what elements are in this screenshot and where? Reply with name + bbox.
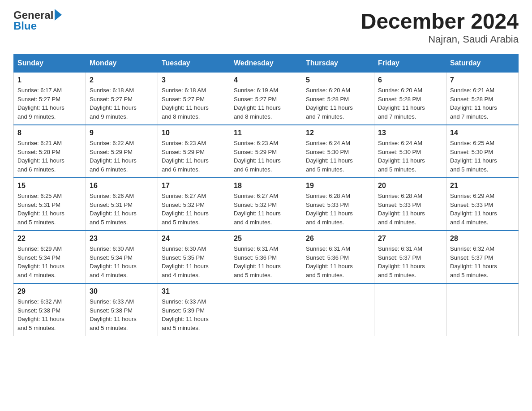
- table-row: 27Sunrise: 6:31 AMSunset: 5:37 PMDayligh…: [374, 231, 446, 283]
- table-row: 20Sunrise: 6:28 AMSunset: 5:33 PMDayligh…: [374, 178, 446, 231]
- table-row: [446, 283, 519, 336]
- day-number: 22: [17, 235, 82, 243]
- day-info: Sunrise: 6:18 AMSunset: 5:27 PMDaylight:…: [90, 86, 154, 121]
- day-info: Sunrise: 6:24 AMSunset: 5:30 PMDaylight:…: [378, 139, 442, 174]
- day-info: Sunrise: 6:18 AMSunset: 5:27 PMDaylight:…: [162, 86, 226, 121]
- table-row: 1Sunrise: 6:17 AMSunset: 5:27 PMDaylight…: [14, 72, 86, 125]
- day-number: 4: [234, 76, 298, 84]
- day-info: Sunrise: 6:31 AMSunset: 5:36 PMDaylight:…: [234, 244, 298, 279]
- table-row: 11Sunrise: 6:23 AMSunset: 5:29 PMDayligh…: [230, 125, 302, 178]
- calendar-week-row: 22Sunrise: 6:29 AMSunset: 5:34 PMDayligh…: [14, 231, 519, 283]
- day-number: 17: [162, 182, 226, 190]
- table-row: 9Sunrise: 6:22 AMSunset: 5:29 PMDaylight…: [86, 125, 158, 178]
- day-number: 1: [17, 76, 82, 84]
- day-number: 14: [450, 129, 515, 137]
- logo-blue-text: Blue: [13, 20, 37, 32]
- calendar-table: Sunday Monday Tuesday Wednesday Thursday…: [13, 54, 519, 336]
- col-monday: Monday: [86, 55, 158, 73]
- table-row: 23Sunrise: 6:30 AMSunset: 5:34 PMDayligh…: [86, 231, 158, 283]
- col-wednesday: Wednesday: [230, 55, 302, 73]
- table-row: 19Sunrise: 6:28 AMSunset: 5:33 PMDayligh…: [302, 178, 374, 231]
- table-row: 7Sunrise: 6:21 AMSunset: 5:28 PMDaylight…: [446, 72, 519, 125]
- table-row: 13Sunrise: 6:24 AMSunset: 5:30 PMDayligh…: [374, 125, 446, 178]
- col-saturday: Saturday: [446, 55, 519, 73]
- day-info: Sunrise: 6:24 AMSunset: 5:30 PMDaylight:…: [306, 139, 370, 174]
- day-number: 19: [306, 182, 370, 190]
- calendar-week-row: 29Sunrise: 6:32 AMSunset: 5:38 PMDayligh…: [14, 283, 519, 336]
- day-number: 12: [306, 129, 370, 137]
- day-info: Sunrise: 6:30 AMSunset: 5:35 PMDaylight:…: [162, 244, 226, 279]
- table-row: 30Sunrise: 6:33 AMSunset: 5:38 PMDayligh…: [86, 283, 158, 336]
- day-number: 11: [234, 129, 298, 137]
- day-number: 25: [234, 235, 298, 243]
- table-row: 12Sunrise: 6:24 AMSunset: 5:30 PMDayligh…: [302, 125, 374, 178]
- day-number: 18: [234, 182, 298, 190]
- day-info: Sunrise: 6:30 AMSunset: 5:34 PMDaylight:…: [90, 244, 154, 279]
- col-friday: Friday: [374, 55, 446, 73]
- day-number: 10: [162, 129, 226, 137]
- day-info: Sunrise: 6:31 AMSunset: 5:37 PMDaylight:…: [378, 244, 442, 279]
- day-info: Sunrise: 6:25 AMSunset: 5:30 PMDaylight:…: [450, 139, 515, 174]
- day-info: Sunrise: 6:31 AMSunset: 5:36 PMDaylight:…: [306, 244, 370, 279]
- day-number: 23: [90, 235, 154, 243]
- table-row: 24Sunrise: 6:30 AMSunset: 5:35 PMDayligh…: [158, 231, 230, 283]
- day-info: Sunrise: 6:23 AMSunset: 5:29 PMDaylight:…: [234, 139, 298, 174]
- day-number: 29: [17, 287, 82, 295]
- header-row: Sunday Monday Tuesday Wednesday Thursday…: [14, 55, 519, 73]
- table-row: 28Sunrise: 6:32 AMSunset: 5:37 PMDayligh…: [446, 231, 519, 283]
- day-info: Sunrise: 6:32 AMSunset: 5:37 PMDaylight:…: [450, 244, 515, 279]
- table-row: 6Sunrise: 6:20 AMSunset: 5:28 PMDaylight…: [374, 72, 446, 125]
- day-number: 30: [90, 287, 154, 295]
- day-number: 8: [17, 129, 82, 137]
- day-number: 2: [90, 76, 154, 84]
- day-info: Sunrise: 6:23 AMSunset: 5:29 PMDaylight:…: [162, 139, 226, 174]
- day-info: Sunrise: 6:28 AMSunset: 5:33 PMDaylight:…: [378, 192, 442, 227]
- day-info: Sunrise: 6:29 AMSunset: 5:33 PMDaylight:…: [450, 192, 515, 227]
- day-number: 21: [450, 182, 515, 190]
- day-info: Sunrise: 6:20 AMSunset: 5:28 PMDaylight:…: [378, 86, 442, 121]
- table-row: 15Sunrise: 6:25 AMSunset: 5:31 PMDayligh…: [14, 178, 86, 231]
- table-row: 21Sunrise: 6:29 AMSunset: 5:33 PMDayligh…: [446, 178, 519, 231]
- day-info: Sunrise: 6:20 AMSunset: 5:28 PMDaylight:…: [306, 86, 370, 121]
- table-row: 8Sunrise: 6:21 AMSunset: 5:28 PMDaylight…: [14, 125, 86, 178]
- day-number: 31: [162, 287, 226, 295]
- table-row: 2Sunrise: 6:18 AMSunset: 5:27 PMDaylight…: [86, 72, 158, 125]
- day-info: Sunrise: 6:26 AMSunset: 5:31 PMDaylight:…: [90, 192, 154, 227]
- day-number: 28: [450, 235, 515, 243]
- calendar-week-row: 1Sunrise: 6:17 AMSunset: 5:27 PMDaylight…: [14, 72, 519, 125]
- day-number: 9: [90, 129, 154, 137]
- table-row: [302, 283, 374, 336]
- table-row: 25Sunrise: 6:31 AMSunset: 5:36 PMDayligh…: [230, 231, 302, 283]
- day-number: 27: [378, 235, 442, 243]
- calendar-body: 1Sunrise: 6:17 AMSunset: 5:27 PMDaylight…: [14, 72, 519, 336]
- title-area: December 2024 Najran, Saudi Arabia: [361, 9, 519, 45]
- calendar-week-row: 15Sunrise: 6:25 AMSunset: 5:31 PMDayligh…: [14, 178, 519, 231]
- day-info: Sunrise: 6:17 AMSunset: 5:27 PMDaylight:…: [17, 86, 82, 121]
- col-sunday: Sunday: [14, 55, 86, 73]
- calendar-week-row: 8Sunrise: 6:21 AMSunset: 5:28 PMDaylight…: [14, 125, 519, 178]
- day-info: Sunrise: 6:19 AMSunset: 5:27 PMDaylight:…: [234, 86, 298, 121]
- day-info: Sunrise: 6:32 AMSunset: 5:38 PMDaylight:…: [17, 297, 82, 332]
- day-number: 20: [378, 182, 442, 190]
- day-info: Sunrise: 6:27 AMSunset: 5:32 PMDaylight:…: [162, 192, 226, 227]
- day-info: Sunrise: 6:27 AMSunset: 5:32 PMDaylight:…: [234, 192, 298, 227]
- day-info: Sunrise: 6:22 AMSunset: 5:29 PMDaylight:…: [90, 139, 154, 174]
- table-row: 26Sunrise: 6:31 AMSunset: 5:36 PMDayligh…: [302, 231, 374, 283]
- day-info: Sunrise: 6:28 AMSunset: 5:33 PMDaylight:…: [306, 192, 370, 227]
- col-tuesday: Tuesday: [158, 55, 230, 73]
- table-row: 4Sunrise: 6:19 AMSunset: 5:27 PMDaylight…: [230, 72, 302, 125]
- day-info: Sunrise: 6:33 AMSunset: 5:38 PMDaylight:…: [90, 297, 154, 332]
- day-number: 26: [306, 235, 370, 243]
- table-row: 14Sunrise: 6:25 AMSunset: 5:30 PMDayligh…: [446, 125, 519, 178]
- day-info: Sunrise: 6:25 AMSunset: 5:31 PMDaylight:…: [17, 192, 82, 227]
- table-row: 22Sunrise: 6:29 AMSunset: 5:34 PMDayligh…: [14, 231, 86, 283]
- col-thursday: Thursday: [302, 55, 374, 73]
- table-row: [230, 283, 302, 336]
- location-title: Najran, Saudi Arabia: [361, 34, 519, 45]
- logo: General Blue: [13, 9, 62, 32]
- page-header: General Blue December 2024 Najran, Saudi…: [13, 9, 519, 45]
- logo-triangle-icon: [55, 9, 62, 21]
- day-number: 6: [378, 76, 442, 84]
- month-title: December 2024: [361, 9, 519, 34]
- day-number: 24: [162, 235, 226, 243]
